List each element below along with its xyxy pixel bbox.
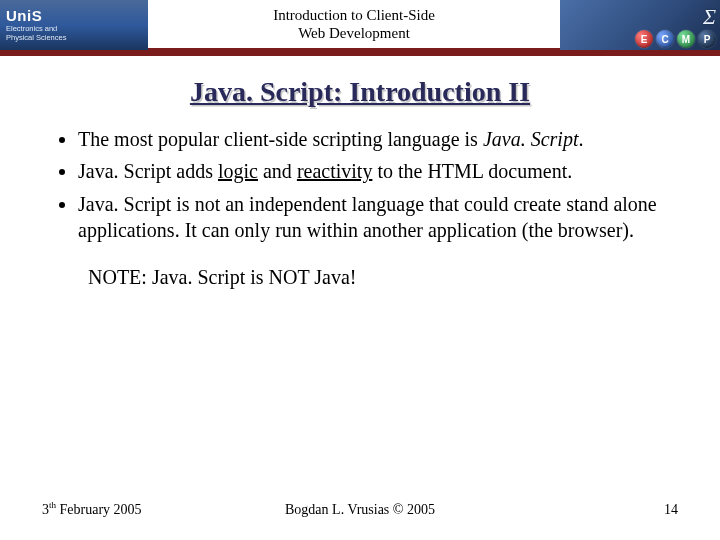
header-bar: UniS Electronics and Physical Sciences I… <box>0 0 720 50</box>
bullet-2-a: Java. Script adds <box>78 160 218 182</box>
footer-date: 3th February 2005 <box>42 502 142 518</box>
bullet-2-c: and <box>258 160 297 182</box>
bullet-1-tail: . <box>578 128 583 150</box>
bullet-2-reactivity: reactivity <box>297 160 373 182</box>
badge-m: M <box>677 30 695 48</box>
course-line1: Introduction to Client-Side <box>273 6 435 24</box>
footer-date-post: February 2005 <box>56 502 142 517</box>
bullet-2-e: to the HTML document. <box>372 160 572 182</box>
bullet-1-em: Java. Script <box>483 128 579 150</box>
bullet-1-text: The most popular client-side scripting l… <box>78 128 483 150</box>
header-right-block: Σ E C M P <box>560 0 720 50</box>
bullet-3: Java. Script is not an independent langu… <box>78 191 670 244</box>
dept-line2: Physical Sciences <box>6 34 142 43</box>
badge-row: E C M P <box>635 30 716 48</box>
org-logo-text: UniS <box>6 8 142 23</box>
sigma-icon: Σ <box>703 4 714 30</box>
slide: UniS Electronics and Physical Sciences I… <box>0 0 720 540</box>
header-logo-block: UniS Electronics and Physical Sciences <box>0 0 148 50</box>
bullet-2: Java. Script adds logic and reactivity t… <box>78 158 670 184</box>
slide-title: Java. Script: Introduction II <box>40 76 680 108</box>
note-line: NOTE: Java. Script is NOT Java! <box>88 266 680 289</box>
footer-date-pre: 3 <box>42 502 49 517</box>
bullet-1: The most popular client-side scripting l… <box>78 126 670 152</box>
bullet-2-logic: logic <box>218 160 258 182</box>
course-line2: Web Development <box>298 24 410 42</box>
badge-c: C <box>656 30 674 48</box>
content-area: Java. Script: Introduction II The most p… <box>0 56 720 289</box>
footer: 3th February 2005 Bogdan L. Vrusias © 20… <box>0 502 720 518</box>
header-course-title: Introduction to Client-Side Web Developm… <box>148 0 560 50</box>
badge-p: P <box>698 30 716 48</box>
badge-e: E <box>635 30 653 48</box>
footer-page: 14 <box>664 502 678 518</box>
bullet-list: The most popular client-side scripting l… <box>50 126 680 244</box>
